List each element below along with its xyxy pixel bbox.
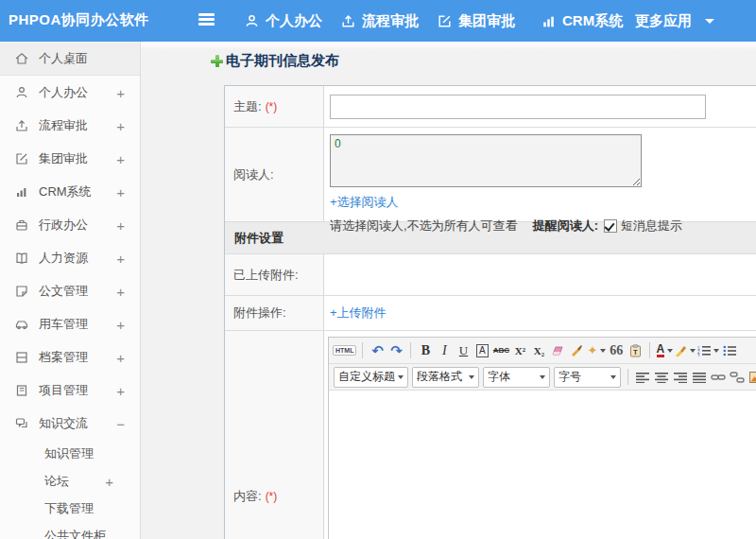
sidebar-item-knowledge-exchange[interactable]: 知识交流 − <box>0 407 140 440</box>
highlight-color-button[interactable] <box>675 341 696 360</box>
sidebar-item-hr[interactable]: 人力资源 + <box>0 241 140 274</box>
font-size-select[interactable]: 字号 <box>554 367 621 388</box>
edit-icon <box>437 13 453 29</box>
topnav-more-apps[interactable]: 更多应用 <box>635 0 714 42</box>
person-icon <box>244 13 260 29</box>
topnav-flow-approval[interactable]: 流程审批 <box>340 0 419 42</box>
sidebar-item-crm[interactable]: CRM系统 + <box>0 175 140 208</box>
align-right-icon[interactable] <box>672 368 689 387</box>
select-readers-link[interactable]: +选择阅读人 <box>330 195 399 209</box>
sidebar-item-group-approval[interactable]: 集团审批 + <box>0 142 140 175</box>
sidebar-item-project-mgmt[interactable]: 项目管理 + <box>0 374 140 407</box>
required-mark: (*) <box>266 100 278 113</box>
font-color-button[interactable]: A <box>656 341 673 360</box>
home-icon <box>14 51 30 66</box>
expand-toggle[interactable]: + <box>116 316 125 332</box>
svg-text:T: T <box>633 348 638 355</box>
caret-down-icon <box>540 375 545 379</box>
magic-wand-button[interactable]: ✦ <box>587 341 606 360</box>
link-icon[interactable] <box>710 368 727 387</box>
sidebar-item-vehicle-mgmt[interactable]: 用车管理 + <box>0 307 140 340</box>
sms-checkbox[interactable] <box>604 219 617 233</box>
editor-content-area[interactable] <box>329 391 756 539</box>
readers-textarea[interactable]: 0 <box>330 134 642 187</box>
align-center-icon[interactable] <box>653 368 670 387</box>
expand-toggle[interactable]: + <box>116 84 125 100</box>
eraser-icon[interactable] <box>549 341 566 360</box>
content-label: 内容: (*) <box>225 331 324 539</box>
uploaded-attachments-label: 已上传附件: <box>225 254 324 295</box>
subject-input[interactable] <box>330 95 706 119</box>
expand-toggle[interactable]: + <box>116 250 125 266</box>
sidebar-subitem-forum[interactable]: 论坛 + <box>0 467 140 495</box>
subject-label: 主题: (*) <box>225 86 324 127</box>
collapse-toggle[interactable]: − <box>116 415 125 431</box>
remove-format-button[interactable]: A <box>473 341 490 360</box>
notebook-icon <box>14 383 30 398</box>
expand-toggle[interactable]: + <box>105 473 113 489</box>
flow-share-icon <box>14 118 30 133</box>
topnav-crm-system[interactable]: CRM系统 <box>541 0 623 42</box>
expand-toggle[interactable]: + <box>116 382 125 398</box>
archive-icon <box>14 350 30 365</box>
italic-button[interactable]: I <box>436 341 453 360</box>
ordered-list-button[interactable]: 123 <box>697 341 719 360</box>
sidebar-item-admin-office[interactable]: 行政办公 + <box>0 208 140 241</box>
expand-toggle[interactable]: + <box>116 283 125 299</box>
caret-down-icon <box>398 375 404 379</box>
blockquote-button[interactable]: 66 <box>608 341 625 360</box>
subscript-button[interactable]: X₂ <box>530 341 547 360</box>
align-left-icon[interactable] <box>634 368 651 387</box>
readers-hint: 请选择阅读人,不选为所有人可查看 <box>330 217 518 235</box>
publish-form: 主题: (*) 阅读人: 0 +选择阅读人 请选择阅读人,不选为所有人可查看 提… <box>224 85 756 539</box>
sidebar-item-desktop[interactable]: 个人桌面 <box>0 42 140 76</box>
attachment-operations-label: 附件操作: <box>225 296 324 330</box>
subject-row: 主题: (*) <box>225 86 756 128</box>
attachment-operations-row: 附件操作: +上传附件 <box>225 296 756 331</box>
image-icon[interactable] <box>747 368 756 387</box>
strikethrough-button[interactable]: ABC <box>492 341 509 360</box>
superscript-button[interactable]: X² <box>511 341 528 360</box>
sidebar-subitem-knowledge-mgmt[interactable]: 知识管理 <box>0 440 140 467</box>
align-justify-icon[interactable] <box>691 368 708 387</box>
expand-toggle[interactable]: + <box>116 150 125 166</box>
remind-readers-label: 提醒阅读人: <box>533 217 598 235</box>
app-logo: PHPOA协同办公软件 <box>9 11 149 29</box>
redo-button[interactable]: ↷ <box>387 341 404 360</box>
sidebar-subitem-download-mgmt[interactable]: 下载管理 <box>0 495 140 522</box>
unlink-icon[interactable] <box>729 368 746 387</box>
sidebar-item-flow-approval[interactable]: 流程审批 + <box>0 109 140 142</box>
paste-icon[interactable]: T <box>627 341 644 360</box>
bar-chart-icon <box>541 13 557 29</box>
svg-text:3: 3 <box>697 353 700 356</box>
html-source-button[interactable]: HTML <box>333 341 356 360</box>
main-content: 电子期刊信息发布 主题: (*) 阅读人: 0 +选择阅读人 <box>141 42 756 539</box>
briefcase-icon <box>14 217 30 233</box>
unordered-list-button[interactable] <box>721 341 738 360</box>
editor-toolbar-row2: 自定义标题 段落格式 字体 字号 <box>329 364 756 391</box>
expand-toggle[interactable]: + <box>116 183 125 200</box>
topnav-personal-office[interactable]: 个人办公 <box>244 0 322 42</box>
topnav-group-approval[interactable]: 集团审批 <box>437 0 515 42</box>
paragraph-format-select[interactable]: 段落格式 <box>412 367 479 388</box>
expand-toggle[interactable]: + <box>116 349 125 365</box>
format-brush-icon[interactable] <box>568 341 585 360</box>
editor-toolbar-row1: HTML ↶ ↷ B I U A ABC X² X₂ <box>329 338 756 364</box>
bar-chart-icon <box>14 184 30 200</box>
font-family-select[interactable]: 字体 <box>483 367 550 388</box>
heading-select[interactable]: 自定义标题 <box>334 367 408 388</box>
undo-button[interactable]: ↶ <box>369 341 386 360</box>
upload-attachment-link[interactable]: +上传附件 <box>330 304 387 322</box>
sidebar-item-personal-office[interactable]: 个人办公 + <box>0 76 140 109</box>
green-plus-icon <box>211 55 223 67</box>
hamburger-menu-icon[interactable] <box>198 13 215 26</box>
caret-down-icon <box>713 349 719 353</box>
underline-button[interactable]: U <box>455 341 472 360</box>
rich-text-editor: HTML ↶ ↷ B I U A ABC X² X₂ <box>328 337 756 539</box>
sidebar-subitem-public-cabinet[interactable]: 公共文件柜 <box>0 522 140 539</box>
expand-toggle[interactable]: + <box>116 217 125 233</box>
expand-toggle[interactable]: + <box>116 117 125 133</box>
sidebar-item-archive-mgmt[interactable]: 档案管理 + <box>0 340 140 374</box>
sidebar-item-document-mgmt[interactable]: 公文管理 + <box>0 274 140 307</box>
bold-button[interactable]: B <box>417 341 434 360</box>
